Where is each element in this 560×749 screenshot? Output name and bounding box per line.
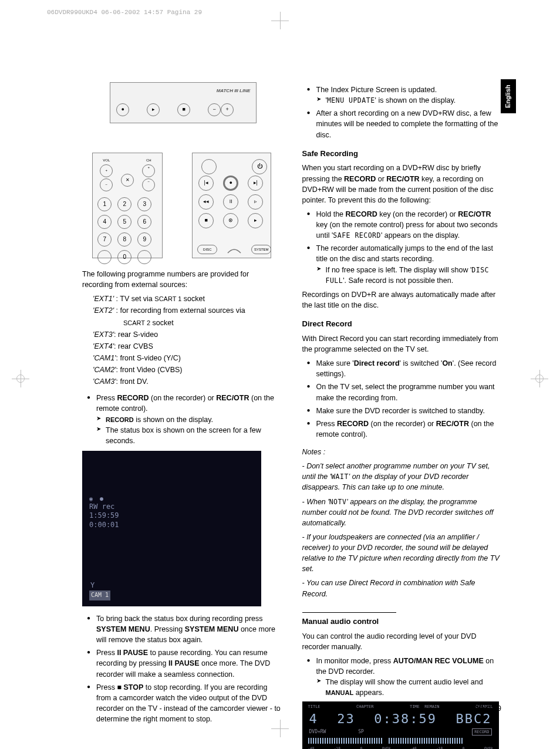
status-time-2: 0:00:01: [89, 521, 119, 530]
manual-audio-heading: Manual audio control: [302, 612, 396, 627]
ext2-desc: : for recording from external sources vi…: [116, 306, 245, 315]
power-button-icon: ⏻: [252, 159, 267, 174]
record-button-icon: ●: [116, 103, 129, 116]
disp-h-title: TITLE: [308, 704, 321, 710]
direct-make-sure: Make sure 'Direct record' is switched 'O…: [307, 358, 502, 379]
ext2-desc-cont: SCART 2 socket: [93, 318, 282, 328]
manual-arrow: The display will show the current audio …: [316, 677, 502, 698]
ext4-desc: : rear CVBS: [114, 342, 153, 350]
disp-h-time: TIME: [410, 704, 420, 709]
num-4: 4: [97, 215, 112, 229]
cam3-label: 'CAM3': [93, 377, 116, 386]
previous-icon: |◂: [198, 176, 214, 191]
ext3-label: 'EXT3': [93, 330, 114, 339]
status-rw-rec: RW rec: [89, 502, 119, 512]
pause-step: Press II PAUSE to pause recording. You c…: [87, 647, 282, 679]
record-shown-arrow: RECORD is shown on the display.: [96, 414, 282, 425]
logo-text: MATCH III LINE: [217, 87, 251, 95]
cam2-label: 'CAM2': [93, 366, 116, 374]
pause-icon: II: [223, 194, 238, 210]
ext3-desc: : rear S-video: [114, 330, 158, 339]
num-9: 9: [137, 232, 151, 247]
ext1-label: 'EXT1': [93, 295, 114, 303]
disp-rec-box: RECORD: [472, 728, 491, 735]
channel-up-icon: +: [221, 103, 234, 116]
num-7: 7: [97, 232, 112, 247]
stop-icon: ■: [198, 213, 214, 228]
cam1-desc: : front S-video (Y/C): [116, 354, 181, 362]
vol-label: VOL: [103, 158, 110, 162]
remote-illustration: MATCH III LINE ● ▸ ■ − + VOL+− CH+− ✕ 12…: [92, 82, 271, 258]
cam-label: CAM 1: [89, 591, 110, 600]
ext1-desc: : TV set via SCART 1 socket: [116, 295, 205, 303]
disc-button: DISC: [197, 245, 217, 254]
monitor-button-icon: [201, 159, 217, 174]
num-3: 3: [137, 197, 151, 211]
note-1: - Don't select another programme number …: [302, 461, 502, 492]
disp-h-remain: REMAIN: [424, 704, 439, 709]
disp-title-val: 4: [309, 710, 318, 728]
notes-label: Notes :: [302, 447, 502, 457]
slow-icon: ▹: [248, 194, 263, 210]
num-0: 0: [117, 250, 131, 264]
tv-btn: [97, 250, 112, 264]
safe-recording-heading: Safe Recording: [302, 149, 502, 160]
disp-h-chapter: CHAPTER: [356, 704, 374, 710]
direct-select-prog: On the TV set, select the programme numb…: [307, 382, 502, 403]
status-box-screenshot: ◉ ● RW rec 1:59:59 0:00:01 Y CAM 1: [82, 451, 261, 606]
reverse-icon: ◂◂: [198, 194, 214, 210]
manual-intro: You can control the audio recording leve…: [302, 631, 502, 652]
system-button: SYSTEM: [251, 245, 271, 254]
crop-mark: [531, 370, 548, 387]
avo-btn: [137, 250, 151, 264]
note-2: - When 'NOTV' appears on the display, th…: [302, 497, 502, 528]
ch-label: CH: [146, 158, 151, 162]
mute-button-icon: ✕: [121, 174, 134, 187]
cam1-label: 'CAM1': [93, 354, 116, 362]
bring-back-step: To bring back the status box during reco…: [87, 613, 282, 645]
direct-standby: Make sure the DVD recorder is switched t…: [307, 406, 502, 416]
direct-intro: With Direct Record you can start recordi…: [302, 333, 502, 355]
note-3: - If your loudspeakers are connected (vi…: [302, 532, 502, 575]
disp-sp: SP: [358, 729, 364, 734]
intro-text: The following programme numbers are prov…: [82, 269, 282, 290]
cam3-desc: : front DV.: [116, 377, 149, 386]
next-icon: ▸|: [248, 176, 263, 191]
level-bar-right: [389, 738, 464, 744]
tc-icon: ⊗: [223, 213, 238, 228]
play-icon: ▸: [248, 213, 263, 228]
crop-mark: [271, 12, 289, 29]
rec-otr-icon: ●: [223, 176, 238, 191]
index-updated-step: The Index Picture Screen is updated. 'ME…: [307, 85, 502, 106]
direct-record-heading: Direct Record: [302, 319, 502, 330]
disp-time-val: 0:38:59: [374, 710, 437, 728]
cam2-desc: : front Video (CVBS): [116, 366, 183, 374]
safe-intro: When you start recording on a DVD+RW dis…: [302, 163, 502, 205]
antenna-icon: Y: [90, 581, 95, 591]
disp-chapter-val: 23: [337, 710, 355, 728]
disc-full-arrow: If no free space is left. The display wi…: [316, 265, 502, 286]
ext4-label: 'EXT4': [93, 342, 114, 350]
print-header: 06DVDR990UKD4 06-06-2002 14:57 Pagina 29: [47, 8, 202, 18]
page-footer: RECORDING 29: [448, 704, 501, 714]
num-1: 1: [97, 197, 112, 211]
crop-mark: [12, 370, 29, 387]
stop-step: Press ■ STOP to stop recording. If you a…: [87, 682, 282, 725]
safe-tail: Recordings on DVD+R are always automatic…: [302, 289, 502, 311]
menu-arc-icon: [227, 245, 242, 254]
direct-press-record: Press RECORD (on the recorder) or REC/OT…: [307, 419, 502, 440]
num-2: 2: [117, 197, 131, 211]
level-bar-left: [308, 738, 383, 744]
num-8: 8: [117, 232, 131, 247]
formatting-step: After a short recording on a new DVD+RW …: [307, 108, 502, 140]
language-tab: English: [501, 79, 516, 113]
safe-hold-step: Hold the RECORD key (on the recorder) or…: [307, 209, 502, 241]
press-record-step: Press RECORD (on the recorder) or REC/OT…: [87, 393, 282, 446]
ext-sources-list: 'EXT1' : TV set via SCART 1 socket 'EXT2…: [82, 293, 282, 387]
channel-down-icon: −: [208, 103, 221, 116]
num-6: 6: [137, 215, 151, 229]
stop-button-icon: ■: [177, 103, 190, 116]
disp-media: DVD+RW: [309, 729, 326, 734]
manual-b1: In monitor mode, press AUTO/MAN REC VOLU…: [307, 656, 502, 699]
status-box-arrow: The status box is shown on the screen fo…: [96, 425, 282, 446]
